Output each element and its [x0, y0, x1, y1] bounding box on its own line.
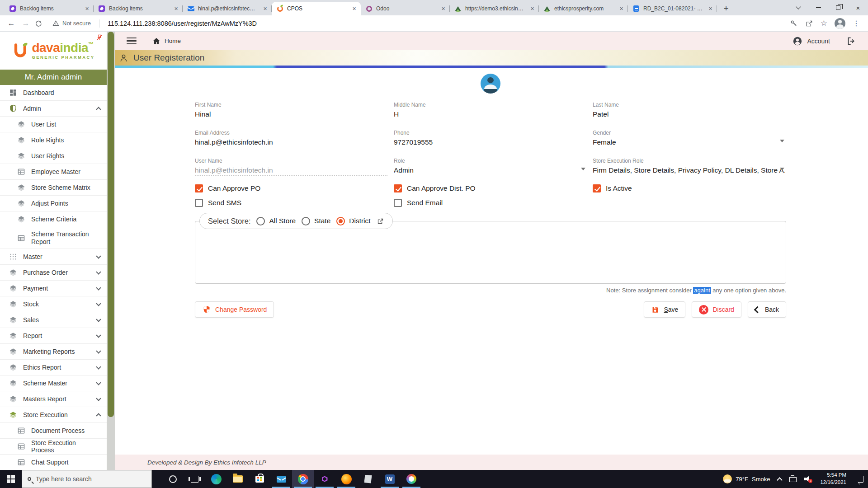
browser-menu-icon[interactable]: ⋮ [853, 19, 860, 28]
sidebar-item-scheme-master[interactable]: Scheme Master [0, 375, 107, 391]
taskbar-mail-button[interactable] [270, 470, 292, 488]
sidebar-item-role-rights[interactable]: Role Rights [0, 132, 107, 148]
taskbar-nox-button[interactable] [314, 470, 335, 488]
logout-icon[interactable] [846, 36, 856, 46]
tab-mail[interactable]: hinal.p@ethicsinfotech.in - × [183, 2, 272, 15]
forward-icon[interactable]: → [20, 19, 32, 28]
share-icon[interactable] [805, 19, 813, 28]
sidebar-item-store-scheme-matrix[interactable]: Store Scheme Matrix [0, 180, 107, 196]
middle-name-field[interactable]: Middle Name H [394, 102, 586, 120]
taskbar-file-explorer-button[interactable] [227, 470, 249, 488]
taskbar-notepad-button[interactable] [357, 470, 379, 488]
change-password-button[interactable]: Change Password [195, 301, 274, 318]
tab-close-icon[interactable]: × [528, 5, 536, 13]
hamburger-menu-icon[interactable] [127, 38, 137, 45]
back-button[interactable]: Back [748, 301, 786, 318]
sidebar-item-admin[interactable]: Admin [0, 101, 107, 117]
tab-backlog-1[interactable]: Backlog items × [5, 2, 94, 15]
tab-close-icon[interactable]: × [707, 5, 714, 13]
sidebar-item-report[interactable]: Report [0, 328, 107, 344]
sidebar-item-scheme-transaction-report[interactable]: Scheme Transaction Report [0, 227, 107, 249]
sidebar-item-payment[interactable]: Payment [0, 281, 107, 296]
state-radio[interactable]: State [302, 217, 330, 225]
url-text[interactable]: 115.124.111.238:8086/user/register/MzAwM… [108, 20, 787, 27]
sidebar-item-masters-report[interactable]: Masters Report [0, 391, 107, 407]
unpin-icon[interactable] [96, 34, 103, 41]
security-badge[interactable]: Not secure [45, 20, 96, 27]
last-name-field[interactable]: Last Name Patel [593, 102, 785, 120]
home-button[interactable]: Home [152, 37, 181, 46]
sidebar-item-user-list[interactable]: User List [0, 117, 107, 132]
sidebar-item-store-execution-process[interactable]: Store Execution Process [0, 439, 107, 455]
gender-select[interactable]: Gender Female [593, 130, 785, 148]
send-sms-checkbox[interactable]: Send SMS [195, 197, 387, 208]
external-link-icon[interactable] [377, 217, 384, 225]
bookmark-star-icon[interactable]: ☆ [821, 19, 827, 28]
volume-muted-icon[interactable]: × [804, 476, 812, 482]
action-center-icon[interactable] [856, 476, 863, 483]
checkbox-unchecked-icon[interactable] [394, 199, 402, 207]
sidebar-scrollbar[interactable] [107, 32, 115, 470]
taskbar-word-button[interactable]: W [379, 470, 401, 488]
sidebar-item-chat-support[interactable]: Chat Support [0, 455, 107, 470]
checkbox-checked-icon[interactable] [394, 184, 402, 192]
can-approve-po-checkbox[interactable]: Can Approve PO [195, 183, 387, 194]
account-button[interactable]: Account [793, 36, 830, 46]
sidebar-item-stock[interactable]: Stock [0, 296, 107, 312]
sidebar-item-document-process[interactable]: Document Process [0, 423, 107, 439]
all-store-radio[interactable]: All Store [256, 217, 296, 225]
sidebar-item-dashboard[interactable]: Dashboard [0, 85, 107, 101]
checkbox-unchecked-icon[interactable] [195, 199, 203, 207]
sidebar-item-user-rights[interactable]: User Rights [0, 148, 107, 164]
checkbox-checked-icon[interactable] [593, 184, 601, 192]
taskbar-chrome-button[interactable] [292, 470, 314, 488]
taskbar-edge-button[interactable] [205, 470, 227, 488]
checkbox-checked-icon[interactable] [195, 184, 203, 192]
tab-ethicsprosperity[interactable]: ethicsprosperity.com × [539, 2, 628, 15]
new-tab-button[interactable]: + [720, 2, 732, 15]
sidebar-item-purchase-order[interactable]: Purchase Order [0, 265, 107, 281]
taskbar-firefox-button[interactable] [335, 470, 357, 488]
radio-selected-icon[interactable] [336, 217, 345, 225]
tab-close-icon[interactable]: × [261, 5, 269, 13]
tab-backlog-2[interactable]: Backlog items × [94, 2, 183, 15]
tab-close-icon[interactable]: × [618, 5, 625, 13]
tab-demo3[interactable]: https://demo3.ethicsinfote × [450, 2, 539, 15]
tab-odoo[interactable]: Odoo × [361, 2, 450, 15]
window-restore-button[interactable] [828, 0, 848, 15]
profile-avatar[interactable] [835, 18, 845, 29]
tab-search-chevron-icon[interactable] [788, 0, 808, 15]
password-key-icon[interactable] [790, 19, 798, 28]
sidebar-item-master[interactable]: Master [0, 249, 107, 265]
sidebar-item-scheme-criteria[interactable]: Scheme Criteria [0, 211, 107, 227]
tray-chevron-up-icon[interactable] [777, 477, 783, 483]
taskbar-search-input[interactable]: Type here to search [22, 470, 152, 488]
discard-button[interactable]: Discard [692, 301, 741, 318]
can-approve-dist-po-checkbox[interactable]: Can Approve Dist. PO [394, 183, 586, 194]
store-execution-role-select[interactable]: Store Execution Role Firm Details, Store… [593, 158, 785, 176]
taskbar-task-view-button[interactable] [184, 470, 205, 488]
sidebar-item-marketing-reports[interactable]: Marketing Reports [0, 344, 107, 360]
sidebar-item-ethics-report[interactable]: Ethics Report [0, 360, 107, 375]
scrollbar-thumb[interactable] [108, 32, 114, 417]
tab-close-icon[interactable]: × [83, 5, 91, 13]
is-active-checkbox[interactable]: Is Active [593, 183, 785, 194]
taskbar-paint3d-button[interactable] [401, 470, 422, 488]
window-minimize-button[interactable] [808, 0, 828, 15]
network-icon[interactable] [789, 477, 797, 482]
email-field[interactable]: Email Address hinal.p@ethicsinfotech.in [195, 130, 387, 148]
save-button[interactable]: Save [644, 301, 685, 318]
tab-close-icon[interactable]: × [439, 5, 447, 13]
radio-icon[interactable] [256, 217, 265, 225]
taskbar-store-button[interactable] [249, 470, 270, 488]
sidebar-item-sales[interactable]: Sales [0, 312, 107, 328]
role-select[interactable]: Role Admin [394, 158, 586, 176]
send-email-checkbox[interactable]: Send Email [394, 197, 586, 208]
taskbar-clock[interactable]: 5:54 PM 12/16/2021 [820, 472, 846, 486]
tab-close-icon[interactable]: × [172, 5, 180, 13]
phone-field[interactable]: Phone 9727019555 [394, 130, 586, 148]
tab-cpos-active[interactable]: CPOS × [272, 2, 361, 15]
user-photo-avatar[interactable] [481, 74, 500, 94]
window-close-button[interactable]: × [848, 0, 868, 15]
first-name-field[interactable]: First Name Hinal [195, 102, 387, 120]
